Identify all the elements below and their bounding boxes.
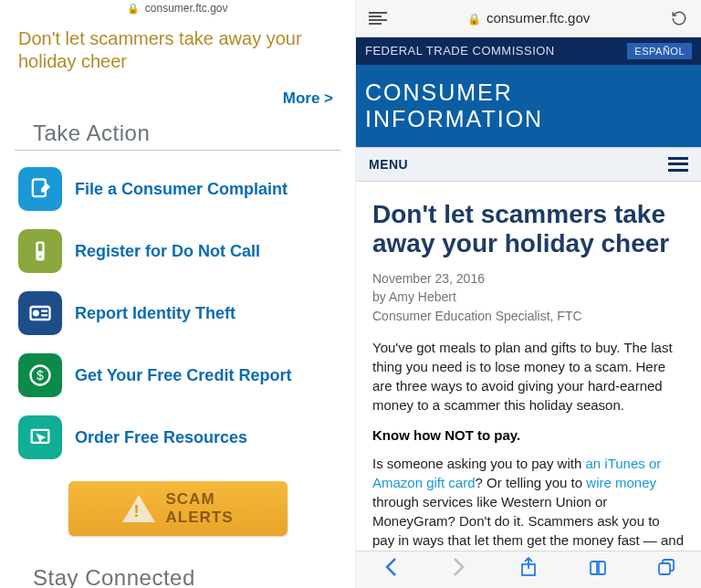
org-name: FEDERAL TRADE COMMISSION bbox=[365, 44, 555, 58]
document-pencil-icon bbox=[18, 167, 62, 211]
lock-icon: 🔒 bbox=[467, 13, 481, 26]
safari-navbar: 🔒 consumer.ftc.gov bbox=[356, 0, 701, 37]
dollar-circle-icon: $ bbox=[18, 353, 62, 397]
article-date: November 23, 2016 bbox=[372, 269, 685, 288]
action-label: File a Consumer Complaint bbox=[75, 180, 288, 199]
article-meta: November 23, 2016 by Amy Hebert Consumer… bbox=[372, 269, 685, 325]
action-label: Report Identity Theft bbox=[75, 304, 235, 323]
left-url-bar: 🔒 consumer.ftc.gov bbox=[0, 0, 355, 22]
action-do-not-call[interactable]: Register for Do Not Call bbox=[15, 220, 340, 282]
more-link[interactable]: More > bbox=[0, 73, 355, 115]
menu-label: MENU bbox=[369, 157, 408, 172]
ftc-top-bar: FEDERAL TRADE COMMISSION ESPAÑOL bbox=[356, 37, 701, 65]
hamburger-icon bbox=[668, 157, 688, 172]
safari-url-text: consumer.ftc.gov bbox=[487, 10, 590, 26]
forward-button[interactable] bbox=[441, 557, 477, 583]
espanol-button[interactable]: ESPAÑOL bbox=[627, 43, 692, 59]
article-subheading: Know how NOT to pay. bbox=[372, 427, 685, 443]
reader-mode-button[interactable] bbox=[365, 5, 391, 31]
lock-icon: 🔒 bbox=[127, 3, 140, 15]
action-label: Get Your Free Credit Report bbox=[75, 366, 291, 385]
article-role: Consumer Education Specialist, FTC bbox=[372, 307, 685, 325]
scam-alert-text: SCAM ALERTS bbox=[166, 490, 234, 527]
menu-bar[interactable]: MENU bbox=[356, 147, 701, 182]
warning-triangle-icon bbox=[122, 495, 155, 522]
tabs-button[interactable] bbox=[648, 558, 685, 582]
action-label: Register for Do Not Call bbox=[75, 242, 260, 261]
take-action-list: File a Consumer Complaint Register for D… bbox=[0, 158, 355, 468]
id-card-icon bbox=[18, 291, 62, 335]
bookmarks-button[interactable] bbox=[580, 558, 616, 582]
scam-alerts-button[interactable]: SCAM ALERTS bbox=[68, 481, 288, 536]
safari-url-field[interactable]: 🔒 consumer.ftc.gov bbox=[391, 10, 666, 26]
action-credit-report[interactable]: $ Get Your Free Credit Report bbox=[15, 344, 340, 406]
article-body: Don't let scammers take away your holida… bbox=[356, 182, 701, 551]
action-file-complaint[interactable]: File a Consumer Complaint bbox=[15, 158, 340, 220]
action-label: Order Free Resources bbox=[75, 428, 247, 447]
svg-rect-17 bbox=[659, 563, 670, 574]
back-button[interactable] bbox=[372, 557, 409, 583]
screen-cursor-icon bbox=[18, 415, 62, 459]
share-button[interactable] bbox=[510, 557, 547, 583]
svg-text:$: $ bbox=[37, 368, 44, 383]
wire-money-link[interactable]: wire money bbox=[586, 475, 656, 490]
left-url-text: consumer.ftc.gov bbox=[145, 2, 228, 15]
action-free-resources[interactable]: Order Free Resources bbox=[15, 406, 340, 468]
svg-rect-2 bbox=[38, 244, 43, 251]
stay-connected-heading: Stay Connected bbox=[15, 560, 340, 588]
svg-point-5 bbox=[34, 311, 38, 316]
consumer-info-banner: CONSUMER INFORMATION bbox=[356, 65, 701, 147]
take-action-heading: Take Action bbox=[15, 115, 340, 151]
svg-point-3 bbox=[39, 256, 41, 257]
left-screenshot: 🔒 consumer.ftc.gov Don't let scammers ta… bbox=[0, 0, 356, 588]
reload-button[interactable] bbox=[666, 5, 692, 31]
right-screenshot: 🔒 consumer.ftc.gov FEDERAL TRADE COMMISS… bbox=[356, 0, 701, 588]
action-identity-theft[interactable]: Report Identity Theft bbox=[15, 282, 340, 344]
phone-icon bbox=[18, 229, 62, 273]
article-title: Don't let scammers take away your holida… bbox=[372, 200, 685, 258]
featured-article-link[interactable]: Don't let scammers take away your holida… bbox=[0, 22, 355, 73]
article-paragraph: You've got meals to plan and gifts to bu… bbox=[372, 338, 685, 415]
article-paragraph: Is someone asking you to pay with an iTu… bbox=[372, 454, 685, 551]
article-byline: by Amy Hebert bbox=[372, 288, 685, 306]
safari-toolbar bbox=[356, 551, 701, 588]
